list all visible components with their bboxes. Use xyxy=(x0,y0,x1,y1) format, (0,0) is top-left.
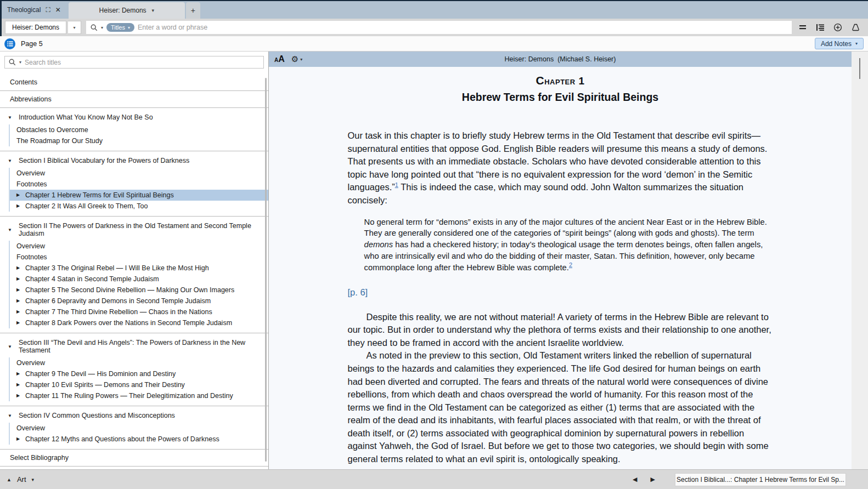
toc-group-header[interactable]: ▼Section IV Common Questions and Misconc… xyxy=(0,410,268,423)
toc-item[interactable]: ▶Chapter 5 The Second Divine Rebellion —… xyxy=(10,285,268,295)
toc-group-header[interactable]: ▼Introduction What You Know May Not Be S… xyxy=(0,111,268,124)
search-scope-label: Titles xyxy=(111,24,125,31)
parallel-resources-icon[interactable] xyxy=(798,22,808,32)
resource-selector[interactable]: Heiser: Demons xyxy=(5,21,66,34)
toc-item[interactable]: ▶Chapter 2 It Was All Greek to Them, Too xyxy=(10,201,268,212)
tab-bar: Theological ⛶ ✕ Heiser: Demons ▾ + xyxy=(0,1,868,19)
expander-closed-icon[interactable]: ▶ xyxy=(16,202,21,210)
forward-arrow-icon[interactable]: ▶ xyxy=(651,476,655,483)
toc-item[interactable]: Footnotes xyxy=(10,252,268,263)
search-input-placeholder[interactable]: Enter a word or phrase xyxy=(138,24,207,31)
sidebar-scrollbar[interactable] xyxy=(265,78,267,462)
expander-closed-icon[interactable]: ▶ xyxy=(16,381,21,389)
toc-item[interactable]: Overview xyxy=(10,423,268,434)
toc-item-label: Chapter 2 It Was All Greek to Them, Too xyxy=(25,202,148,210)
add-notes-button[interactable]: Add Notes ▾ xyxy=(815,38,864,49)
add-circle-icon[interactable] xyxy=(833,22,843,32)
close-icon[interactable]: ✕ xyxy=(55,6,61,14)
chevron-up-icon: ▲ xyxy=(7,477,12,482)
resource-selector-caret[interactable]: ▾ xyxy=(68,21,81,34)
toc-item[interactable]: The Roadmap for Our Study xyxy=(10,135,268,146)
toc-item[interactable]: ▶Chapter 6 Depravity and Demons in Secon… xyxy=(10,295,268,306)
expander-closed-icon[interactable]: ▶ xyxy=(16,435,21,443)
search-bar[interactable]: ▾ Titles ▾ Enter a word or phrase xyxy=(86,21,792,34)
text-layout-icon[interactable] xyxy=(815,22,825,32)
history-nav: ◀ ▶ xyxy=(633,476,655,483)
font-size-icon[interactable]: AA xyxy=(274,54,285,64)
toc-item-label: Contents xyxy=(10,78,37,86)
search-icon[interactable] xyxy=(91,24,98,31)
toc-children: Overview▶Chapter 9 The Devil — His Domin… xyxy=(9,357,268,401)
contents-sidebar: ▾ Search titles ContentsAbbreviations▼In… xyxy=(0,52,269,469)
toc-item-label: Chapter 4 Satan in Second Temple Judaism xyxy=(25,275,159,283)
toc-item[interactable]: Obstacles to Overcome xyxy=(10,124,268,135)
workspace-tab[interactable]: Theological ⛶ ✕ xyxy=(2,1,69,19)
toc-item[interactable]: ▶Chapter 7 The Third Divine Rebellion — … xyxy=(10,306,268,317)
expander-closed-icon[interactable]: ▶ xyxy=(16,191,21,199)
page-marker[interactable]: [p. 6] xyxy=(348,287,773,298)
toc-item[interactable]: ▶Chapter 9 The Devil — His Dominion and … xyxy=(10,368,268,379)
expander-open-icon[interactable]: ▼ xyxy=(8,115,13,120)
toc-group: ▼Section I Biblical Vocabulary for the P… xyxy=(0,151,268,217)
expander-open-icon[interactable]: ▼ xyxy=(8,158,13,163)
expander-open-icon[interactable]: ▼ xyxy=(8,344,13,349)
search-options-caret-icon[interactable]: ▾ xyxy=(101,25,103,30)
search-scope-pill[interactable]: Titles ▾ xyxy=(106,23,134,32)
toc-item[interactable]: Footnotes xyxy=(10,179,268,190)
expander-closed-icon[interactable]: ▶ xyxy=(16,308,21,316)
breadcrumb[interactable]: Section I Biblical...: Chapter 1 Hebrew … xyxy=(675,473,846,486)
toc-item[interactable]: ▶Chapter 8 Dark Powers over the Nations … xyxy=(10,317,268,328)
toc-item-label: Obstacles to Overcome xyxy=(16,126,88,134)
tab-heiser-demons[interactable]: Heiser: Demons ▾ xyxy=(69,2,185,19)
new-tab-button[interactable]: + xyxy=(186,2,200,19)
expander-open-icon[interactable]: ▼ xyxy=(8,413,13,418)
toc-item-label: Chapter 11 The Ruling Powers — Their Del… xyxy=(25,392,233,400)
toc-item[interactable]: Overview xyxy=(10,241,268,252)
art-panel-toggle[interactable]: ▲ Art ▾ xyxy=(7,475,34,484)
toc-item[interactable]: ▶Chapter 4 Satan in Second Temple Judais… xyxy=(10,274,268,285)
toc-item-selected[interactable]: ▶Chapter 1 Hebrew Terms for Evil Spiritu… xyxy=(10,190,268,201)
expander-closed-icon[interactable]: ▶ xyxy=(16,264,21,272)
toc-item[interactable]: ▶Chapter 10 Evil Spirits — Demons and Th… xyxy=(10,379,268,390)
expander-closed-icon[interactable]: ▶ xyxy=(16,392,21,400)
toc-item-label: Footnotes xyxy=(16,180,47,188)
expander-closed-icon[interactable]: ▶ xyxy=(16,370,21,378)
toc-group-header[interactable]: ▼Section III “The Devil and His Angels”:… xyxy=(0,337,268,357)
table-of-contents: ContentsAbbreviations▼Introduction What … xyxy=(0,74,268,469)
toc-children: Obstacles to OvercomeThe Roadmap for Our… xyxy=(9,124,268,146)
toc-item[interactable]: ▶Chapter 11 The Ruling Powers — Their De… xyxy=(10,390,268,401)
toc-item-label: Chapter 7 The Third Divine Rebellion — C… xyxy=(25,308,212,316)
table-of-contents-icon[interactable] xyxy=(4,38,15,49)
expander-open-icon[interactable]: ▼ xyxy=(8,228,13,232)
expand-icon[interactable]: ⛶ xyxy=(46,6,50,14)
sidebar-search-box[interactable]: ▾ Search titles xyxy=(4,56,264,69)
chevron-down-icon[interactable]: ▾ xyxy=(152,8,155,13)
toc-item[interactable]: Overview xyxy=(10,357,268,368)
chevron-down-icon[interactable]: ▾ xyxy=(300,57,302,62)
art-label: Art xyxy=(17,475,26,484)
reader-scrollbar-thumb[interactable] xyxy=(859,58,860,79)
expander-closed-icon[interactable]: ▶ xyxy=(16,319,21,327)
toc-group-header[interactable]: ▼Section I Biblical Vocabulary for the P… xyxy=(0,155,268,168)
back-arrow-icon[interactable]: ◀ xyxy=(633,476,637,483)
toc-item-label: Footnotes xyxy=(16,253,47,261)
toc-item[interactable]: Contents xyxy=(0,74,268,91)
toc-item[interactable]: Overview xyxy=(10,168,268,179)
toc-group-header[interactable]: ▼Section II The Powers of Darkness in th… xyxy=(0,220,268,241)
toc-item[interactable]: Abbreviations xyxy=(0,91,268,108)
gear-icon[interactable]: ⚙ xyxy=(291,54,298,64)
toc-item[interactable]: Index of Subjects and Modern Authors xyxy=(0,467,268,469)
chevron-down-icon[interactable]: ▾ xyxy=(19,60,21,65)
reader-scrollbar-track[interactable] xyxy=(852,52,868,469)
toc-item-label: Chapter 10 Evil Spirits — Demons and The… xyxy=(25,381,185,389)
expander-closed-icon[interactable]: ▶ xyxy=(16,286,21,294)
toc-item[interactable]: ▶Chapter 3 The Original Rebel — I Will B… xyxy=(10,263,268,274)
expander-closed-icon[interactable]: ▶ xyxy=(16,275,21,283)
expander-closed-icon[interactable]: ▶ xyxy=(16,297,21,305)
toc-item[interactable]: Select Bibliography xyxy=(0,450,268,467)
visual-filters-icon[interactable] xyxy=(850,22,860,32)
footnote-link-2[interactable]: 2 xyxy=(569,261,572,268)
toc-item[interactable]: ▶Chapter 12 Myths and Questions about th… xyxy=(10,434,268,445)
toc-item-label: Chapter 3 The Original Rebel — I Will Be… xyxy=(25,264,209,272)
reader-body[interactable]: Chapter 1 Hebrew Terms for Evil Spiritua… xyxy=(269,67,852,469)
